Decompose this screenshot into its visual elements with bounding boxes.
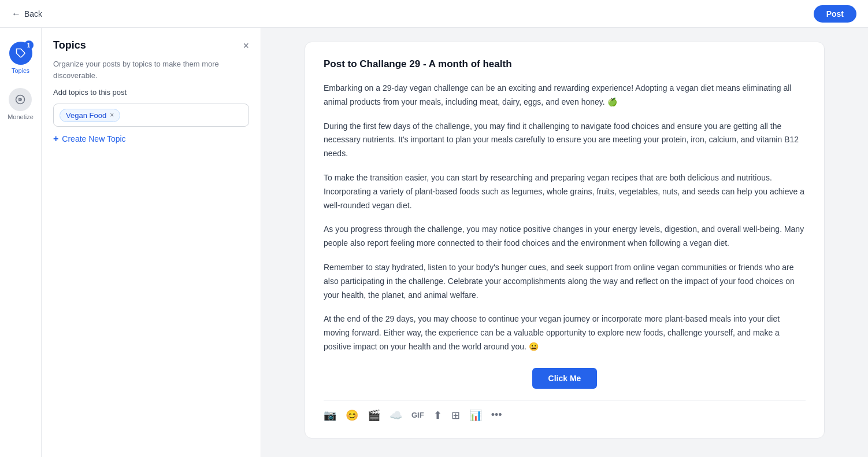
post-paragraph-0: Embarking on a 29-day vegan challenge ca… bbox=[324, 82, 806, 109]
chart-icon[interactable]: 📊 bbox=[469, 409, 482, 422]
post-title: Post to Challange 29 - A month of health bbox=[324, 58, 806, 70]
video-icon[interactable]: 🎬 bbox=[368, 409, 380, 422]
post-paragraph-4: Remember to stay hydrated, listen to you… bbox=[324, 261, 806, 302]
topbar: ← Back Post bbox=[0, 0, 868, 28]
layout: 1 Topics Monetize Topics × bbox=[0, 28, 868, 457]
post-card: Post to Challange 29 - A month of health… bbox=[305, 42, 825, 438]
topics-panel: Topics × Organize your posts by topics t… bbox=[42, 28, 261, 457]
create-new-topic-button[interactable]: + Create New Topic bbox=[53, 134, 249, 144]
main-content: Post to Challange 29 - A month of health… bbox=[261, 28, 868, 457]
post-paragraph-3: As you progress through the challenge, y… bbox=[324, 223, 806, 250]
post-paragraph-1: During the first few days of the challen… bbox=[324, 120, 806, 161]
emoji-icon[interactable]: 😊 bbox=[346, 409, 358, 422]
topics-label: Topics bbox=[12, 67, 29, 74]
post-paragraph-5: At the end of the 29 days, you may choos… bbox=[324, 312, 806, 353]
back-label: Back bbox=[24, 9, 42, 19]
tag-icon bbox=[16, 48, 26, 58]
topics-icon-circle: 1 bbox=[9, 42, 32, 65]
more-icon[interactable]: ••• bbox=[491, 409, 502, 421]
topics-input[interactable]: Vegan Food × bbox=[53, 104, 249, 127]
topic-tag-vegan-food: Vegan Food × bbox=[60, 109, 120, 122]
panel-description: Organize your posts by topics to make th… bbox=[53, 58, 249, 81]
gif-icon[interactable]: GIF bbox=[411, 411, 424, 419]
add-topics-label: Add topics to this post bbox=[53, 88, 249, 97]
post-button[interactable]: Post bbox=[814, 5, 856, 23]
close-panel-button[interactable]: × bbox=[243, 40, 249, 51]
upload-icon[interactable]: ⬆ bbox=[433, 409, 442, 422]
panel-title: Topics bbox=[53, 39, 86, 51]
post-body: Embarking on a 29-day vegan challenge ca… bbox=[324, 82, 806, 354]
sidebar-item-monetize[interactable]: Monetize bbox=[3, 83, 38, 125]
topic-tag-remove-button[interactable]: × bbox=[110, 112, 114, 119]
panel-header: Topics × bbox=[53, 39, 249, 51]
back-button[interactable]: ← Back bbox=[12, 9, 42, 19]
click-me-button[interactable]: Click Me bbox=[532, 368, 598, 389]
cloud-icon[interactable]: ☁️ bbox=[390, 409, 402, 422]
sidebar-item-topics[interactable]: 1 Topics bbox=[5, 37, 37, 79]
icon-sidebar: 1 Topics Monetize bbox=[0, 28, 42, 457]
back-arrow-icon: ← bbox=[12, 9, 21, 19]
monetize-label: Monetize bbox=[8, 113, 34, 120]
topics-badge: 1 bbox=[24, 40, 34, 50]
plus-icon: + bbox=[53, 134, 58, 144]
camera-icon[interactable]: 📷 bbox=[324, 409, 336, 422]
grid-icon[interactable]: ⊞ bbox=[451, 409, 460, 422]
topic-tag-label: Vegan Food bbox=[66, 111, 106, 120]
post-paragraph-2: To make the transition easier, you can s… bbox=[324, 171, 806, 212]
monetize-icon-circle bbox=[9, 88, 32, 111]
dollar-icon bbox=[15, 94, 25, 105]
create-new-topic-label: Create New Topic bbox=[62, 134, 125, 143]
post-toolbar: 📷 😊 🎬 ☁️ GIF ⬆ ⊞ 📊 ••• bbox=[324, 400, 806, 422]
